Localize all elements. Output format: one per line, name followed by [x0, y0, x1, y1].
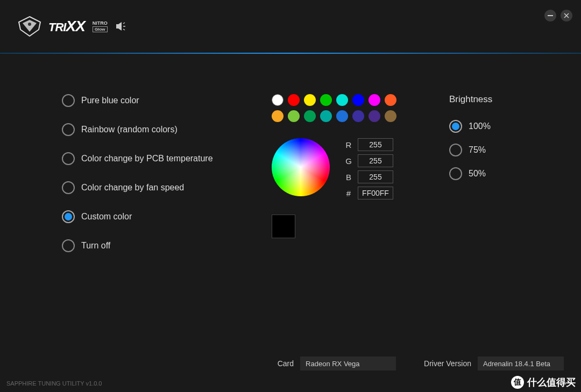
swatch-3[interactable] [320, 94, 332, 106]
svg-rect-1 [548, 15, 553, 16]
mode-label: Color change by fan speed [81, 183, 184, 193]
sound-icon [115, 22, 126, 31]
swatch-13[interactable] [352, 110, 364, 122]
swatch-12[interactable] [336, 110, 348, 122]
main-content: Pure blue colorRainbow (random colors)Co… [0, 54, 581, 357]
product-name: TRIXX [48, 18, 85, 35]
sapphire-logo-icon [16, 16, 43, 37]
brightness-column: Brightness 100%75%50% [449, 94, 546, 340]
app-header: TRIXX NITRO Glow [0, 0, 581, 53]
brightness-b50[interactable]: 50% [449, 167, 546, 180]
nitro-glow-badge: NITRO Glow [93, 20, 108, 32]
g-row: G [345, 154, 393, 167]
watermark-text: 什么值得买 [527, 376, 576, 389]
swatch-15[interactable] [385, 110, 396, 122]
g-label: G [345, 156, 352, 166]
swatch-14[interactable] [369, 110, 380, 122]
radio-icon [62, 181, 75, 194]
radio-icon [449, 167, 462, 180]
r-row: R [345, 138, 393, 151]
mode-label: Custom color [81, 212, 132, 222]
mode-off[interactable]: Turn off [62, 239, 239, 252]
r-label: R [345, 140, 352, 149]
swatch-8[interactable] [272, 110, 284, 122]
mode-custom[interactable]: Custom color [62, 210, 239, 223]
swatch-4[interactable] [336, 94, 348, 106]
hex-row: # [345, 187, 393, 199]
svg-point-0 [28, 23, 31, 26]
rgb-inputs: R G B # [345, 138, 393, 199]
mode-pure-blue[interactable]: Pure blue color [62, 94, 239, 107]
swatch-5[interactable] [352, 94, 364, 106]
window-controls [544, 10, 572, 22]
brightness-label: 100% [469, 122, 491, 131]
mode-label: Rainbow (random colors) [81, 125, 178, 134]
brightness-b100[interactable]: 100% [449, 120, 546, 133]
b-input[interactable] [358, 170, 393, 183]
swatch-6[interactable] [369, 94, 380, 106]
color-wheel[interactable] [272, 138, 330, 196]
brightness-options: 100%75%50% [449, 120, 546, 180]
radio-icon [62, 239, 75, 252]
brightness-label: 50% [469, 169, 486, 179]
b-label: B [345, 173, 352, 182]
close-button[interactable] [561, 10, 572, 22]
radio-icon [62, 123, 75, 136]
logo-group: TRIXX NITRO Glow [16, 16, 126, 37]
mode-label: Pure blue color [81, 96, 139, 105]
minimize-button[interactable] [544, 10, 556, 22]
mode-rainbow[interactable]: Rainbow (random colors) [62, 123, 239, 136]
driver-value: Adrenalin 18.4.1 Beta [478, 357, 564, 370]
brightness-b75[interactable]: 75% [449, 144, 546, 156]
minimize-icon [548, 15, 553, 16]
swatch-2[interactable] [304, 94, 316, 106]
radio-icon [62, 210, 75, 223]
mode-fan-speed[interactable]: Color change by fan speed [62, 181, 239, 194]
swatch-11[interactable] [320, 110, 332, 122]
radio-icon [62, 94, 75, 107]
color-picker-column: R G B # [272, 94, 417, 340]
brightness-label: 75% [469, 145, 486, 155]
mode-label: Color change by PCB temperature [81, 154, 213, 163]
brightness-title: Brightness [449, 94, 546, 105]
watermark-icon: 值 [511, 376, 524, 389]
card-value: Radeon RX Vega [300, 357, 396, 370]
swatch-9[interactable] [288, 110, 300, 122]
radio-icon [62, 152, 75, 165]
swatch-7[interactable] [385, 94, 396, 106]
mode-selection-column: Pure blue colorRainbow (random colors)Co… [62, 94, 239, 340]
hex-label: # [345, 189, 352, 198]
swatch-10[interactable] [304, 110, 316, 122]
watermark: 值 什么值得买 [511, 376, 576, 389]
color-preview [272, 215, 295, 238]
mode-label: Turn off [81, 241, 110, 251]
driver-label: Driver Version [424, 359, 471, 368]
swatch-1[interactable] [288, 94, 300, 106]
bottom-section: Card Radeon RX Vega Driver Version Adren… [0, 357, 581, 392]
radio-icon [449, 120, 462, 133]
hex-input[interactable] [358, 187, 393, 199]
close-icon [564, 13, 569, 18]
swatch-0[interactable] [272, 94, 284, 106]
r-input[interactable] [358, 138, 393, 151]
version-text: SAPPHIRE TUNING UTILITY v1.0.0 [0, 380, 581, 392]
b-row: B [345, 170, 393, 183]
swatch-grid [272, 94, 401, 122]
card-label: Card [278, 359, 294, 368]
radio-icon [449, 144, 462, 156]
g-input[interactable] [358, 154, 393, 167]
mode-pcb-temp[interactable]: Color change by PCB temperature [62, 152, 239, 165]
info-row: Card Radeon RX Vega Driver Version Adren… [0, 357, 581, 380]
picker-row: R G B # [272, 138, 417, 199]
